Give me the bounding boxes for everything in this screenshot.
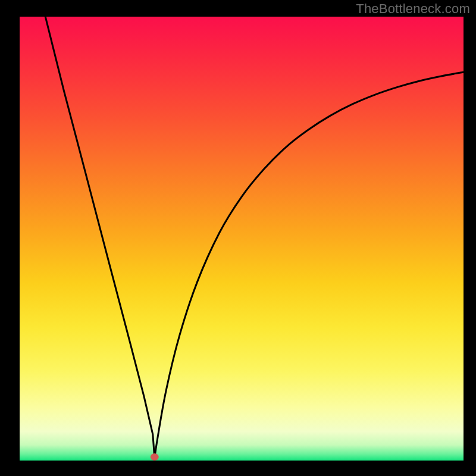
optimal-marker [151,453,159,461]
gradient-background [20,17,464,461]
bottleneck-chart [0,0,476,476]
chart-frame: TheBottleneck.com [0,0,476,476]
attribution-text: TheBottleneck.com [356,1,470,17]
